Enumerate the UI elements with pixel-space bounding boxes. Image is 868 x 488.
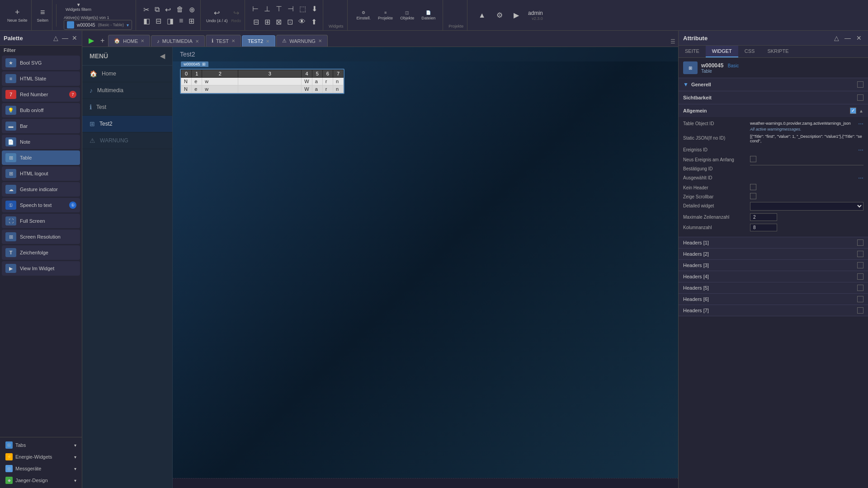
palette-item-zeichenfolge[interactable]: T Zeichenfolge xyxy=(2,245,80,260)
messgeraete-group[interactable]: ◎ Messgeräte ▾ xyxy=(2,463,80,474)
more-btn[interactable]: ⊕ xyxy=(187,5,197,15)
align2-btn[interactable]: ⊥ xyxy=(262,4,272,14)
generell-header[interactable]: ▼ Generell xyxy=(679,78,868,91)
ereigniss-id-dots[interactable]: ··· xyxy=(858,146,863,153)
palette-item-note[interactable]: 📄 Note xyxy=(2,135,80,149)
dist3-btn[interactable]: ⊠ xyxy=(274,17,283,27)
more2-btn[interactable]: ⊞ xyxy=(187,16,196,26)
max-zeilenanzahl-input[interactable] xyxy=(750,213,777,221)
generell-checkbox[interactable] xyxy=(857,81,863,88)
export2-btn[interactable]: ⬇ xyxy=(310,4,319,14)
test2-tab-close[interactable]: ✕ xyxy=(266,39,269,44)
tab-test[interactable]: ℹ TEST ✕ xyxy=(206,35,241,47)
allgemein-header[interactable]: Allgemein ✓ ▲ xyxy=(679,104,868,117)
palette-item-screen-resolution[interactable]: ⊞ Screen Resolution xyxy=(2,230,80,244)
nav-item-test[interactable]: ℹ Test xyxy=(82,99,172,116)
neue-seite-btn[interactable]: + Neue Seite xyxy=(4,0,32,30)
tab-widget[interactable]: WIDGET xyxy=(706,46,738,57)
headers-5-row[interactable]: Headers [5] xyxy=(679,282,868,293)
palette-close-btn[interactable]: ✕ xyxy=(71,33,78,42)
copy-btn[interactable]: ⧉ xyxy=(153,5,161,15)
sichtbarkeit-checkbox[interactable] xyxy=(857,94,863,101)
up-btn[interactable]: ▲ xyxy=(476,10,487,20)
upload-btn[interactable]: ⬆ xyxy=(309,17,319,27)
headers-7-checkbox[interactable] xyxy=(857,307,863,314)
palette-item-bar[interactable]: ▬ Bar xyxy=(2,119,80,133)
tab-css[interactable]: CSS xyxy=(738,46,761,57)
palette-item-red-number[interactable]: 7 Red Number 7 xyxy=(2,87,80,102)
tab-home[interactable]: 🏠 HOME ✕ xyxy=(108,35,150,47)
tabs-group[interactable]: ⊟ Tabs ▾ xyxy=(2,439,80,451)
projekte-btn[interactable]: ≡ Projekte xyxy=(378,10,393,20)
palette-up-btn[interactable]: △ xyxy=(52,33,59,42)
dist4-btn[interactable]: ⊡ xyxy=(285,17,295,27)
palette-item-view-im-widget[interactable]: ▶ View Im Widget xyxy=(2,261,80,276)
table-object-id-dots[interactable]: ··· xyxy=(858,120,863,127)
headers-7-row[interactable]: Headers [7] xyxy=(679,305,868,316)
play-icon-btn[interactable]: ▶ xyxy=(512,10,521,20)
align3-btn[interactable]: ⊤ xyxy=(274,4,284,14)
kolumnanzahl-input[interactable] xyxy=(750,224,777,231)
objekte-btn[interactable]: ◫ Objekte xyxy=(400,10,414,20)
attr-min-btn[interactable]: — xyxy=(843,33,853,42)
palette-item-speech-to-text[interactable]: ① Speech to text ① xyxy=(2,198,80,212)
align-justify-btn[interactable]: ≡ xyxy=(177,16,185,26)
headers-4-row[interactable]: Headers [4] xyxy=(679,271,868,282)
home-tab-close[interactable]: ✕ xyxy=(141,38,144,43)
nav-item-test2[interactable]: ⊞ Test2 xyxy=(82,116,172,132)
tab-options-btn[interactable]: ☰ xyxy=(668,37,678,47)
tab-test2[interactable]: TEST2 ✕ xyxy=(242,35,275,47)
widget-container[interactable]: w000045 ⊞ 0 1 2 3 4 xyxy=(180,69,344,94)
headers-3-checkbox[interactable] xyxy=(857,262,863,268)
warnung-tab-close[interactable]: ✕ xyxy=(318,38,322,43)
align-center-btn[interactable]: ⊟ xyxy=(154,16,163,26)
headers-6-row[interactable]: Headers [6] xyxy=(679,294,868,305)
widgets-filtern-btn[interactable]: ▼ Widgets filtern xyxy=(64,0,93,14)
seiten-btn[interactable]: ≡ Seiten xyxy=(33,0,53,30)
palette-item-full-screen[interactable]: ⛶ Full Screen xyxy=(2,214,80,228)
align-right-btn[interactable]: ◨ xyxy=(165,16,175,26)
play-btn[interactable]: ▶ xyxy=(86,34,97,47)
delete-btn[interactable]: 🗑 xyxy=(175,5,185,15)
allgemein-checkbox[interactable]: ✓ xyxy=(850,108,856,114)
headers-5-checkbox[interactable] xyxy=(857,285,863,291)
export1-btn[interactable]: ⬚ xyxy=(297,4,308,14)
redo-btn[interactable]: ↪ Redo xyxy=(231,8,241,23)
tab-warnung[interactable]: ⚠ WARNUNG ✕ xyxy=(276,35,328,47)
nav-item-warnung[interactable]: ⚠ WARNUNG xyxy=(82,132,172,149)
tab-skripte[interactable]: SKRIPTE xyxy=(761,46,795,57)
tab-multimedia[interactable]: ♪ MULTIMEDIA ✕ xyxy=(151,35,205,47)
einstell-btn[interactable]: ⚙ Einstell. xyxy=(357,10,371,20)
import-btn[interactable]: ↩ xyxy=(163,5,173,15)
add-tab-btn[interactable]: + xyxy=(98,35,107,47)
align-left-btn[interactable]: ◧ xyxy=(142,16,152,26)
eye-btn[interactable]: 👁 xyxy=(297,17,307,27)
palette-item-html-logout[interactable]: ⊞ HTML logout xyxy=(2,166,80,181)
attr-close-btn[interactable]: ✕ xyxy=(854,33,863,42)
dist2-btn[interactable]: ⊞ xyxy=(263,17,272,27)
energie-widgets-group[interactable]: ⚡ Energie-Widgets ▾ xyxy=(2,451,80,463)
nav-collapse-btn[interactable]: ◀ xyxy=(160,52,165,60)
headers-1-row[interactable]: Headers [1] xyxy=(679,237,868,248)
headers-2-checkbox[interactable] xyxy=(857,251,863,257)
headers-1-checkbox[interactable] xyxy=(857,239,863,246)
palette-item-gesture-indicator[interactable]: ☁ Gesture indicator xyxy=(2,182,80,197)
test-tab-close[interactable]: ✕ xyxy=(231,38,235,43)
settings-icon-btn[interactable]: ⚙ xyxy=(495,10,505,20)
detailed-widget-select[interactable] xyxy=(750,202,863,211)
attr-up-btn[interactable]: △ xyxy=(832,33,841,42)
neus-ereignis-checkbox[interactable] xyxy=(750,156,756,162)
align4-btn[interactable]: ⊣ xyxy=(286,4,296,14)
palette-item-table[interactable]: ⊞ Table xyxy=(2,150,80,165)
dateien-btn[interactable]: 📄 Dateien xyxy=(421,10,435,20)
undo-btn[interactable]: ↩ Undo (4 / 4) xyxy=(206,8,228,23)
sichtbarkeit-header[interactable]: Sichtbarkeit xyxy=(679,91,868,104)
headers-3-row[interactable]: Headers [3] xyxy=(679,260,868,271)
multimedia-tab-close[interactable]: ✕ xyxy=(195,39,199,44)
tab-seite[interactable]: SEITE xyxy=(679,46,706,57)
headers-2-row[interactable]: Headers [2] xyxy=(679,249,868,259)
palette-min-btn[interactable]: — xyxy=(61,33,69,42)
zeige-scrollbar-checkbox[interactable] xyxy=(750,193,756,199)
palette-item-html-state[interactable]: ≡ HTML State xyxy=(2,71,80,86)
palette-item-bulb-onoff[interactable]: 💡 Bulb on/off xyxy=(2,103,80,117)
